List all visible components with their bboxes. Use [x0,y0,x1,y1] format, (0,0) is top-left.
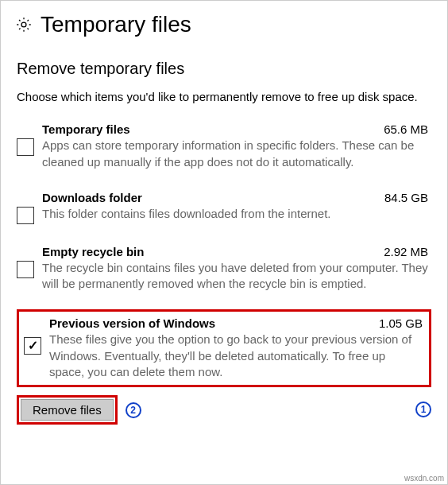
annotation-two-icon: 2 [126,402,141,418]
item-title: Empty recycle bin [42,245,144,258]
item-size: 2.92 MB [384,245,428,258]
list-item-highlighted: Previous version of Windows 1.05 GB Thes… [17,309,431,387]
list-item: Empty recycle bin 2.92 MB The recycle bi… [17,242,431,296]
list-item: Temporary files 65.6 MB Apps can store t… [17,119,431,173]
page-title: Temporary files [41,12,191,37]
item-size: 65.6 MB [384,122,428,136]
watermark-label: wsxdn.com [404,474,444,483]
list-item: Downloads folder 84.5 GB This folder con… [17,188,431,227]
annotation-one-icon: 1 [415,402,431,417]
section-title: Remove temporary files [17,60,431,78]
item-title: Temporary files [42,122,130,136]
item-desc: The recycle bin contains files you have … [42,260,428,293]
checkbox-downloads-folder[interactable] [17,207,34,224]
item-size: 1.05 GB [379,316,423,330]
remove-files-button[interactable]: Remove files [21,399,114,421]
item-title: Previous version of Windows [49,316,215,330]
item-desc: This folder contains files downloaded fr… [42,206,428,222]
item-desc: Apps can store temporary information in … [42,138,428,170]
section-intro: Choose which items you'd like to permane… [17,89,431,105]
checkbox-empty-recycle-bin[interactable] [17,261,34,278]
gear-icon [15,16,33,33]
checkbox-previous-windows[interactable] [24,337,41,355]
checkbox-temporary-files[interactable] [17,138,34,156]
highlight-box-button: Remove files [17,395,118,425]
item-title: Downloads folder [42,191,142,204]
svg-point-0 [21,22,26,27]
item-size: 84.5 GB [384,191,428,204]
item-desc: These files give you the option to go ba… [49,332,423,380]
